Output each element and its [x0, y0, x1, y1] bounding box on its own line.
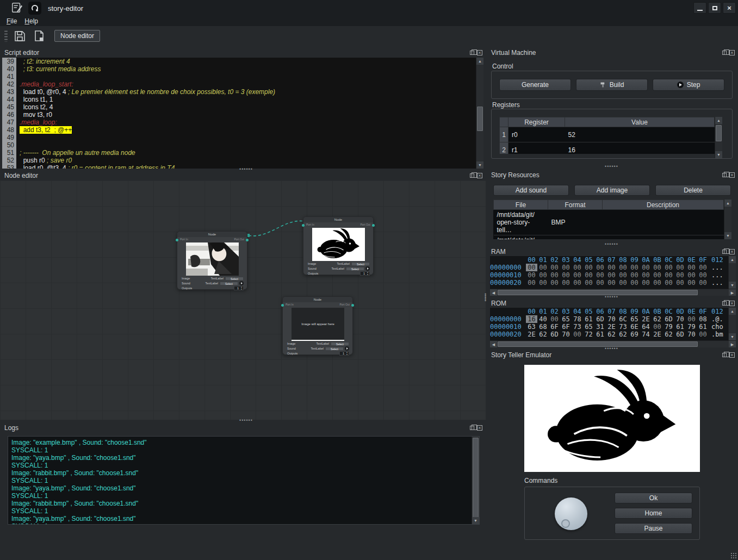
hex-byte[interactable]: 00: [652, 271, 663, 279]
scroll-handle[interactable]: [498, 290, 698, 295]
hex-byte[interactable]: 00: [652, 264, 663, 271]
code-line[interactable]: 50: [2, 141, 476, 149]
resources-header[interactable]: Format: [548, 200, 603, 210]
code-line[interactable]: 41: [2, 73, 476, 80]
float-panel-icon[interactable]: [722, 173, 727, 177]
window-resize-grip[interactable]: [730, 552, 737, 559]
hex-byte[interactable]: 65: [583, 323, 594, 331]
export-file-icon[interactable]: [32, 28, 47, 43]
scroll-up-arrow[interactable]: ▲: [729, 308, 736, 315]
hex-byte[interactable]: 00: [549, 315, 560, 323]
resource-row[interactable]: /mnt/data/git/ open-story-tell…BMP: [494, 210, 724, 235]
script-editor-title-bar[interactable]: Script editor ×: [0, 48, 486, 58]
scroll-left-arrow[interactable]: ◀: [490, 341, 497, 347]
hex-byte[interactable]: 00: [663, 264, 674, 271]
scroll-up-arrow[interactable]: ▲: [729, 256, 736, 263]
hex-byte[interactable]: 00: [617, 271, 629, 279]
scroll-down-arrow[interactable]: ▼: [724, 232, 731, 239]
hex-byte[interactable]: 62: [537, 331, 549, 338]
hex-byte[interactable]: 00: [663, 279, 674, 287]
hex-byte[interactable]: 61: [674, 323, 686, 331]
scroll-up-arrow[interactable]: ▲: [724, 200, 731, 207]
logs-title-bar[interactable]: Logs ×: [0, 423, 486, 433]
delete-button[interactable]: Delete: [655, 185, 731, 196]
hex-byte[interactable]: 00: [583, 279, 594, 287]
hex-byte[interactable]: 62: [663, 331, 674, 338]
register-row[interactable]: 2r116: [500, 142, 715, 154]
step-button[interactable]: Step: [653, 79, 724, 91]
registers-header[interactable]: Value: [565, 117, 715, 127]
hex-byte[interactable]: 6F: [560, 323, 572, 331]
node-title[interactable]: Node: [303, 217, 373, 222]
hex-byte[interactable]: 00: [537, 271, 549, 279]
hex-byte[interactable]: 00: [674, 264, 686, 271]
hex-byte[interactable]: 00: [560, 264, 572, 271]
scroll-left-arrow[interactable]: ◀: [490, 289, 497, 296]
port-in-dot[interactable]: [302, 224, 305, 227]
hex-byte[interactable]: 63: [526, 323, 537, 331]
hex-byte[interactable]: 65: [629, 315, 640, 323]
scroll-down-arrow[interactable]: ▼: [715, 151, 722, 158]
close-panel-icon[interactable]: ×: [729, 301, 735, 306]
media-node-girl[interactable]: Node Port In Port Out: [177, 231, 247, 290]
horizontal-splitter[interactable]: ••••••: [239, 419, 253, 422]
resources-scrollbar[interactable]: ▲ ▼: [724, 200, 731, 239]
resources-title-bar[interactable]: Story Resources ×: [487, 170, 738, 180]
port-out-dot[interactable]: [372, 224, 375, 227]
close-panel-icon[interactable]: ×: [729, 50, 735, 55]
scroll-right-arrow[interactable]: ▶: [729, 341, 736, 347]
rom-vscrollbar[interactable]: ▲ ▼: [728, 308, 736, 340]
hex-byte[interactable]: 62: [606, 331, 617, 338]
hex-byte[interactable]: 62: [652, 315, 663, 323]
code-editor[interactable]: 39 ; t2: increment 440 ; t3: current med…: [2, 58, 476, 169]
scroll-handle[interactable]: [473, 438, 479, 519]
image-select-button[interactable]: Select: [331, 342, 349, 346]
hex-byte[interactable]: 00: [526, 264, 537, 271]
scroll-handle[interactable]: [716, 125, 722, 141]
hex-byte[interactable]: 00: [629, 279, 640, 287]
horizontal-splitter[interactable]: ••••••: [605, 165, 618, 168]
code-line[interactable]: 52 push r0 ; save r0: [2, 157, 476, 164]
hex-byte[interactable]: 00: [560, 271, 572, 279]
hex-byte[interactable]: 00: [674, 271, 686, 279]
code-line[interactable]: 49: [2, 134, 476, 141]
outputs-spinbox[interactable]: 1▲▼: [234, 286, 244, 290]
hex-byte[interactable]: 00: [537, 264, 549, 271]
ram-hex-view[interactable]: 000102030405060708090A0B0C0D0E0F01200000…: [490, 256, 728, 289]
hex-byte[interactable]: 00: [549, 279, 560, 287]
hex-byte[interactable]: 40: [537, 315, 549, 323]
hex-byte[interactable]: 00: [594, 264, 606, 271]
scroll-right-arrow[interactable]: ▶: [729, 289, 736, 296]
home-button[interactable]: Home: [615, 508, 692, 519]
emulator-title-bar[interactable]: Story Teller Emulator ×: [487, 350, 738, 360]
hex-byte[interactable]: 00: [686, 279, 697, 287]
hex-byte[interactable]: 00: [549, 271, 560, 279]
toolbar-grip[interactable]: [4, 30, 8, 42]
hex-byte[interactable]: 00: [629, 264, 640, 271]
rom-title-bar[interactable]: ROM ×: [487, 298, 738, 308]
hex-byte[interactable]: 00: [572, 331, 583, 338]
hex-byte[interactable]: 00: [652, 279, 663, 287]
hex-byte[interactable]: 00: [572, 271, 583, 279]
hex-byte[interactable]: 00: [526, 271, 537, 279]
hex-byte[interactable]: 79: [663, 323, 674, 331]
hex-byte[interactable]: 00: [663, 271, 674, 279]
script-editor-scrollbar[interactable]: ▲ ▼: [476, 58, 483, 169]
hex-byte[interactable]: 6F: [549, 323, 560, 331]
register-row[interactable]: 1r052: [500, 127, 715, 142]
scroll-handle[interactable]: [498, 341, 698, 347]
outputs-spinbox[interactable]: 1▲▼: [360, 271, 370, 276]
hex-byte[interactable]: 00: [572, 264, 583, 271]
hex-byte[interactable]: 00: [697, 279, 709, 287]
image-select-button[interactable]: Select: [225, 277, 244, 281]
hex-byte[interactable]: 00: [686, 264, 697, 271]
code-line[interactable]: 39 ; t2: increment 4: [2, 58, 476, 65]
maximize-button[interactable]: [708, 2, 721, 14]
pause-button[interactable]: Pause: [615, 523, 692, 534]
close-panel-icon[interactable]: ×: [477, 173, 482, 178]
scroll-down-arrow[interactable]: ▼: [476, 161, 483, 169]
float-panel-icon[interactable]: [470, 51, 474, 55]
code-line[interactable]: 44 lcons t1, 1: [2, 96, 476, 103]
hex-byte[interactable]: 00: [606, 271, 617, 279]
hex-byte[interactable]: 00: [686, 271, 697, 279]
